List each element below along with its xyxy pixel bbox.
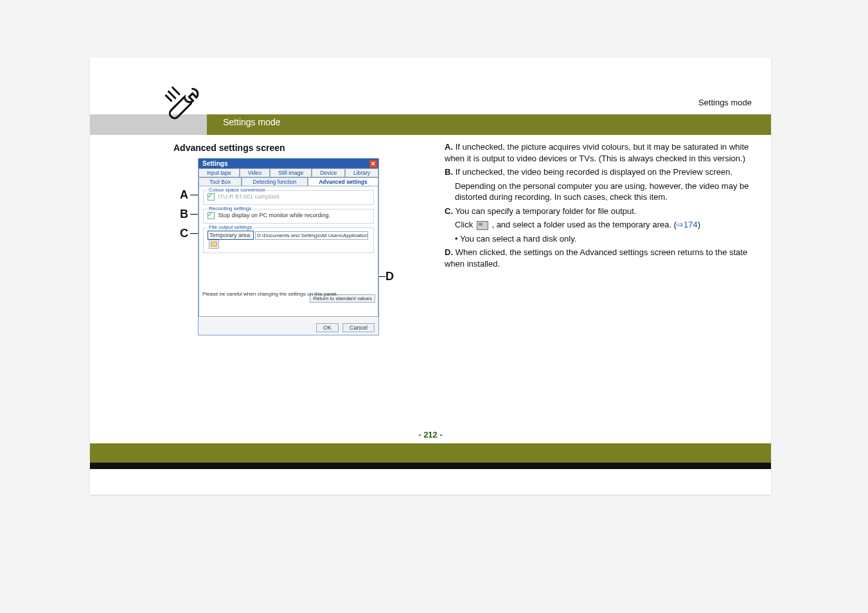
header-band-label: Settings mode [223,117,281,127]
item-c-label: C. [445,206,453,216]
explanation-column: A. If unchecked, the picture acquires vi… [445,141,759,272]
item-c-click: Click [455,220,475,229]
item-c-text2: , and select a folder used as the tempor… [492,220,677,229]
item-c-bullet: • You can select a hard disk only. [455,234,576,244]
checkbox-itu[interactable] [208,193,215,200]
close-icon[interactable]: ✕ [369,160,377,168]
callout-a: A [180,188,188,202]
callout-c: C [180,227,188,240]
section-title: Advanced settings screen [173,143,285,153]
item-a-text: If unchecked, the picture acquires vivid… [445,142,748,163]
tab-device[interactable]: Device [312,168,345,177]
dialog-tabs-row2: Tool Box Detecting function Advanced set… [199,177,378,186]
group-recording: Recording settings Stop display on PC mo… [203,209,374,224]
tab-advanced-settings[interactable]: Advanced settings [308,177,378,186]
item-b-label: B. [445,167,453,177]
dialog-title: Settings [202,160,227,167]
tab-tool-box[interactable]: Tool Box [199,177,242,186]
dialog-footer-buttons: OK Cancel [316,323,375,332]
footer-band-olive [90,443,771,463]
tab-detecting-function[interactable]: Detecting function [242,177,308,186]
tab-input-tape[interactable]: Input tape [199,168,240,177]
browse-folder-icon[interactable] [209,240,219,249]
item-b-text2: Depending on the personal computer you a… [455,181,748,202]
checkbox-stop-display[interactable] [208,212,215,219]
wrench-icon [159,82,202,125]
dialog-titlebar: Settings ✕ [199,159,378,168]
header-right-label: Settings mode [698,98,752,107]
callout-d: D [385,270,394,283]
checkbox-stop-display-label: Stop display on PC monitor while recordi… [218,212,331,218]
temp-area-path[interactable]: D:\Documents and Settings\All Users\Appl… [255,231,368,240]
footer-band-black [90,463,771,469]
group-file-output: File output settings Temporary area: D:\… [203,227,374,253]
item-a-label: A. [445,142,453,152]
item-c-text3: ) [698,220,700,229]
ok-button[interactable]: OK [316,323,339,332]
item-b-text1: If unchecked, the video being recorded i… [456,167,732,177]
item-c-text1: You can specify a temporary folder for f… [455,206,636,216]
temp-area-label: Temporary area: [208,231,254,240]
page-number: - 212 - [90,430,771,440]
item-d-text: When clicked, the settings on the Advanc… [445,247,747,269]
dialog-warning-text: Please be careful when changing the sett… [202,291,338,297]
folder-icon [477,221,488,230]
group-colour-legend: Colour space conversion [208,187,267,193]
item-d-label: D. [445,247,453,257]
link-174[interactable]: ⇨174 [677,220,698,229]
group-colour-space: Colour space conversion ITU-R BT.601 com… [203,190,374,205]
callout-b: B [180,208,188,221]
dialog-body: Colour space conversion ITU-R BT.601 com… [199,186,378,317]
tab-library[interactable]: Library [345,168,378,177]
tab-still-image[interactable]: Still image [270,168,312,177]
checkbox-itu-label: ITU-R BT.601 compliant [218,193,280,200]
settings-dialog: Settings ✕ Input tape Video Still image … [198,158,379,335]
group-recording-legend: Recording settings [208,206,252,211]
cancel-button[interactable]: Cancel [342,323,375,332]
group-file-legend: File output settings [208,224,253,230]
tab-video[interactable]: Video [240,168,270,177]
dialog-tabs-row1: Input tape Video Still image Device Libr… [199,168,378,177]
document-page: Settings mode Settings mode Advanced set… [90,58,771,495]
